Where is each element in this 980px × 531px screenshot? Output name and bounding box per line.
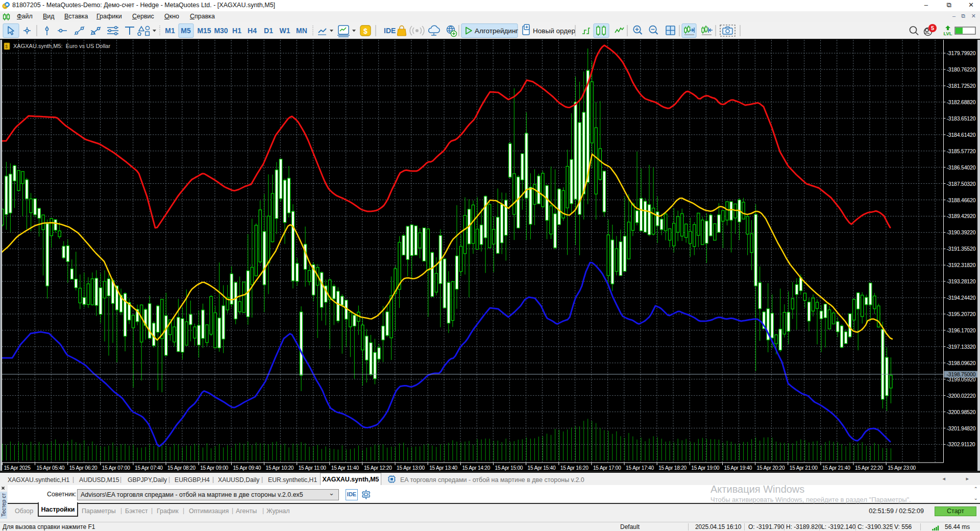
svg-text:-3193.28120: -3193.28120 <box>947 278 976 284</box>
svg-text:15 Apr 15:40: 15 Apr 15:40 <box>528 465 556 471</box>
svg-text:15 Apr 06:20: 15 Apr 06:20 <box>69 465 97 471</box>
svg-text:-3180.76220: -3180.76220 <box>947 66 976 73</box>
svg-text:5: 5 <box>4 5 6 8</box>
svg-text:15 Apr 09:00: 15 Apr 09:00 <box>200 465 228 471</box>
svg-text:-3192.31820: -3192.31820 <box>947 262 976 268</box>
svg-text:M30: M30 <box>214 27 228 35</box>
svg-text:15 Apr 21:40: 15 Apr 21:40 <box>822 465 850 471</box>
svg-text:15 Apr 07:40: 15 Apr 07:40 <box>135 465 163 471</box>
svg-text:-3187.50320: -3187.50320 <box>947 181 976 187</box>
svg-text:15 Apr 19:00: 15 Apr 19:00 <box>691 465 719 471</box>
svg-text:15 Apr 08:20: 15 Apr 08:20 <box>167 465 195 471</box>
svg-text:15 Apr 10:20: 15 Apr 10:20 <box>266 465 294 471</box>
svg-text:15 Apr 13:40: 15 Apr 13:40 <box>429 465 457 471</box>
svg-text:M1: M1 <box>165 27 175 35</box>
svg-text:M15: M15 <box>197 27 211 35</box>
svg-text:-3195.20720: -3195.20720 <box>947 311 976 317</box>
svg-text:-3202.91120: -3202.91120 <box>947 441 975 447</box>
svg-text:H4: H4 <box>248 27 257 35</box>
svg-text:-3182.68820: -3182.68820 <box>947 99 976 105</box>
svg-text:-3179.79920: -3179.79920 <box>947 50 976 56</box>
svg-text:Тестер ст: Тестер ст <box>1 493 7 517</box>
svg-text:15 Apr 12:20: 15 Apr 12:20 <box>364 465 392 471</box>
svg-text:-3201.94820: -3201.94820 <box>947 425 976 431</box>
svg-text:15 Apr 13:00: 15 Apr 13:00 <box>397 465 425 471</box>
svg-text:15 Apr 09:40: 15 Apr 09:40 <box>233 465 261 471</box>
svg-text:5: 5 <box>931 25 934 31</box>
svg-text:-3186.54020: -3186.54020 <box>947 164 976 171</box>
svg-text:15 Apr 11:40: 15 Apr 11:40 <box>331 465 359 471</box>
svg-text:W1: W1 <box>280 27 290 35</box>
svg-text:-3183.65120: -3183.65120 <box>947 115 976 122</box>
svg-text:-3184.61420: -3184.61420 <box>947 132 976 138</box>
svg-text:-3181.72520: -3181.72520 <box>947 83 976 89</box>
svg-text:-3198.75000: -3198.75000 <box>947 371 976 377</box>
svg-text:15 Apr 19:40: 15 Apr 19:40 <box>724 465 752 471</box>
svg-text:-3188.46620: -3188.46620 <box>947 197 976 203</box>
svg-text:-3185.57720: -3185.57720 <box>947 148 976 154</box>
svg-text:XAGXAU.synth,M5: Euro vs US D: XAGXAU.synth,M5: Euro vs US Dollar <box>13 43 110 49</box>
svg-text:D1: D1 <box>264 27 273 35</box>
svg-text:15 Apr 17:00: 15 Apr 17:00 <box>593 465 621 471</box>
svg-text:15 Apr 16:20: 15 Apr 16:20 <box>560 465 589 471</box>
svg-text:-3200.02220: -3200.02220 <box>947 393 976 399</box>
svg-text:-3198.09620: -3198.09620 <box>947 360 976 366</box>
svg-text:Алготрейдинг: Алготрейдинг <box>475 27 518 35</box>
svg-text:15 Apr 14:20: 15 Apr 14:20 <box>462 465 490 471</box>
svg-text:-3191.35520: -3191.35520 <box>947 246 976 252</box>
svg-text:-3197.13320: -3197.13320 <box>947 344 976 350</box>
svg-text:15 Apr 11:00: 15 Apr 11:00 <box>299 465 327 471</box>
svg-text:15 Apr 15:00: 15 Apr 15:00 <box>495 465 523 471</box>
svg-text:-3200.98520: -3200.98520 <box>947 409 976 415</box>
svg-text:15 Apr 20:20: 15 Apr 20:20 <box>757 465 785 471</box>
svg-text:IDE: IDE <box>384 27 396 35</box>
svg-text:-3190.39220: -3190.39220 <box>947 229 976 235</box>
svg-text:-3196.17020: -3196.17020 <box>947 327 976 333</box>
svg-text:Новый ордер: Новый ордер <box>533 27 575 35</box>
svg-text:15 Apr 07:00: 15 Apr 07:00 <box>102 465 130 471</box>
svg-text:15 Apr 2025: 15 Apr 2025 <box>4 465 31 471</box>
svg-text:-3189.42920: -3189.42920 <box>947 213 976 219</box>
svg-text:15 Apr 22:20: 15 Apr 22:20 <box>855 465 883 471</box>
svg-text:H1: H1 <box>232 27 241 35</box>
svg-text:$: $ <box>5 44 8 49</box>
svg-text:M5: M5 <box>181 27 191 35</box>
svg-text:15 Apr 18:20: 15 Apr 18:20 <box>658 465 687 471</box>
svg-text:LVL: LVL <box>943 31 952 36</box>
svg-text:-3194.24420: -3194.24420 <box>947 295 976 301</box>
svg-text:15 Apr 21:00: 15 Apr 21:00 <box>790 465 818 471</box>
svg-text:15 Apr 05:40: 15 Apr 05:40 <box>37 465 65 471</box>
svg-text:MN: MN <box>296 27 307 35</box>
svg-text:$: $ <box>363 27 368 35</box>
svg-text:15 Apr 17:40: 15 Apr 17:40 <box>626 465 654 471</box>
svg-text:15 Apr 23:00: 15 Apr 23:00 <box>888 465 916 471</box>
